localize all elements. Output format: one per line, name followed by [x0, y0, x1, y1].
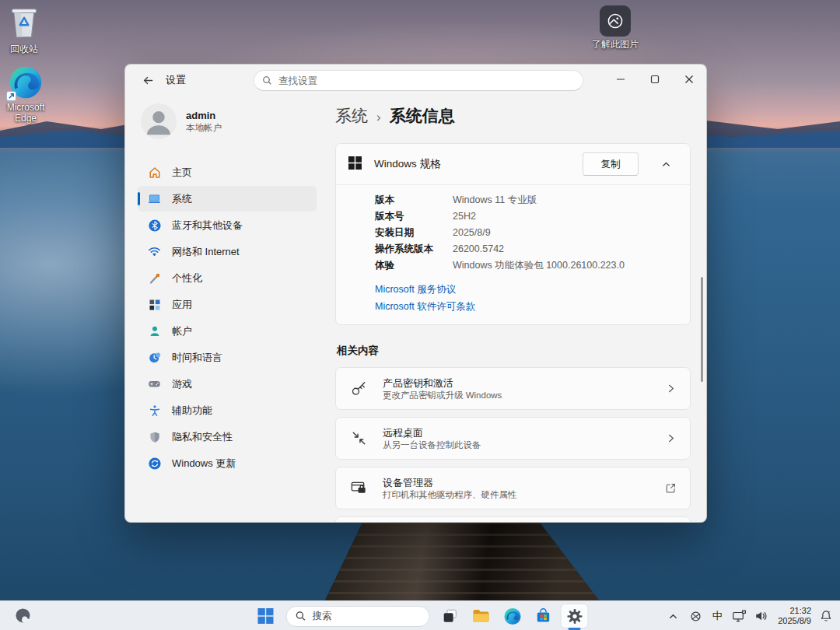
- sidebar-item-label: 个性化: [172, 271, 202, 285]
- sidebar-item-privacy[interactable]: 隐私和安全性: [138, 424, 317, 450]
- task-view-button[interactable]: [437, 604, 464, 628]
- breadcrumb-parent[interactable]: 系统: [335, 105, 368, 127]
- accounts-icon: [148, 324, 161, 338]
- spec-value: 25H2: [453, 208, 476, 225]
- desktop-icon-learn-about-picture[interactable]: 了解此图片: [585, 5, 646, 50]
- privacy-shield-icon: [148, 430, 161, 443]
- widgets-weather-icon[interactable]: [9, 605, 37, 627]
- related-card-bitlocker[interactable]: BitLocker 设备加密帮助保护数据: [335, 516, 691, 522]
- search-icon: [296, 611, 306, 621]
- chevron-up-icon[interactable]: [654, 159, 677, 170]
- spec-row: 体验Windows 功能体验包 1000.26100.223.0: [375, 257, 677, 274]
- spec-label: 安装日期: [375, 225, 453, 241]
- desktop-icon-microsoft-edge[interactable]: Microsoft Edge: [0, 65, 56, 124]
- spec-links: Microsoft 服务协议 Microsoft 软件许可条款: [336, 281, 690, 324]
- ime-indicator[interactable]: 中: [710, 609, 724, 623]
- windows-spec-card: Windows 规格 复制 版本Windows 11 专业版 版本号25H2 安…: [335, 143, 691, 325]
- account-block[interactable]: admin 本地帐户: [141, 103, 317, 139]
- minimize-button[interactable]: [604, 65, 638, 94]
- file-explorer-button[interactable]: [468, 604, 495, 628]
- spec-row: 安装日期2025/8/9: [375, 225, 677, 241]
- tray-chevron-up-icon[interactable]: [665, 606, 681, 626]
- content-scrollbar[interactable]: [701, 277, 703, 382]
- network-tray-icon[interactable]: [731, 606, 747, 626]
- related-card-title: 产品密钥和激活: [383, 376, 663, 390]
- network-icon: [148, 245, 161, 258]
- related-card-remote-desktop[interactable]: 远程桌面 从另一台设备控制此设备: [335, 417, 691, 460]
- personalization-icon: [148, 271, 161, 285]
- sidebar-item-personalization[interactable]: 个性化: [138, 265, 317, 291]
- clock-time: 21:32: [778, 606, 811, 616]
- related-card-title: 远程桌面: [383, 426, 663, 439]
- sidebar-item-label: 游戏: [172, 377, 192, 391]
- related-card-texts: 产品密钥和激活 更改产品密钥或升级 Windows: [383, 376, 663, 401]
- microsoft-store-button[interactable]: [530, 604, 557, 628]
- related-card-subtitle: 更改产品密钥或升级 Windows: [383, 390, 663, 401]
- page-title: 系统信息: [390, 105, 455, 127]
- spec-row: 版本号25H2: [375, 208, 677, 225]
- copy-button[interactable]: 复制: [583, 152, 639, 176]
- related-card-subtitle: 从另一台设备控制此设备: [383, 439, 663, 451]
- windows-logo-icon: [348, 156, 362, 173]
- sidebar-item-network[interactable]: 网络和 Internet: [138, 239, 317, 264]
- related-card-texts: 设备管理器 打印机和其他驱动程序、硬件属性: [383, 476, 663, 501]
- picture-info-icon: [600, 5, 631, 37]
- sidebar-item-accessibility[interactable]: 辅助功能: [138, 397, 317, 423]
- related-card-activation[interactable]: 产品密钥和激活 更改产品密钥或升级 Windows: [335, 367, 691, 410]
- sidebar-item-bluetooth[interactable]: 蓝牙和其他设备: [138, 212, 317, 238]
- sidebar-item-label: 主页: [172, 166, 192, 180]
- chevron-right-icon: [663, 433, 677, 443]
- start-button[interactable]: [253, 604, 279, 628]
- spec-value: Windows 功能体验包 1000.26100.223.0: [453, 257, 625, 274]
- settings-content: 系统 › 系统信息 Windows 规格 复制: [327, 96, 706, 522]
- services-agreement-link[interactable]: Microsoft 服务协议: [375, 281, 677, 298]
- spec-label: 版本: [375, 192, 453, 208]
- back-button[interactable]: [136, 68, 159, 92]
- sidebar-item-label: 蓝牙和其他设备: [172, 219, 243, 233]
- spec-row: 版本Windows 11 专业版: [375, 192, 677, 208]
- breadcrumb-separator: ›: [376, 110, 381, 125]
- edge-button[interactable]: [499, 604, 526, 628]
- maximize-button[interactable]: [638, 65, 672, 94]
- sidebar-item-system[interactable]: 系统: [138, 186, 317, 212]
- taskbar-search-input[interactable]: [313, 611, 390, 621]
- desktop-icon-label: 回收站: [10, 44, 38, 54]
- taskbar-search-box[interactable]: [286, 606, 430, 627]
- sidebar-item-label: 应用: [172, 298, 192, 312]
- home-icon: [148, 166, 161, 179]
- sidebar-item-gaming[interactable]: 游戏: [138, 371, 317, 397]
- related-card-device-manager[interactable]: 设备管理器 打印机和其他驱动程序、硬件属性: [335, 467, 691, 509]
- external-link-icon: [663, 482, 677, 494]
- settings-button[interactable]: [562, 604, 588, 628]
- sidebar-item-label: Windows 更新: [172, 457, 236, 471]
- sidebar-nav: 主页 系统 蓝牙和其他设备 网络和 Internet: [138, 159, 317, 476]
- desktop-icon-recycle-bin[interactable]: 回收站: [0, 5, 54, 54]
- desktop-icon-label: Microsoft Edge: [1, 102, 51, 124]
- taskbar-clock[interactable]: 21:32 2025/8/9: [778, 606, 811, 626]
- spec-value: 2025/8/9: [453, 225, 491, 241]
- volume-icon[interactable]: [754, 606, 769, 626]
- spec-row: 操作系统版本26200.5742: [375, 241, 677, 257]
- spec-rows: 版本Windows 11 专业版 版本号25H2 安装日期2025/8/9 操作…: [336, 185, 690, 281]
- sidebar-item-windows-update[interactable]: Windows 更新: [138, 450, 317, 476]
- spec-value: Windows 11 专业版: [453, 192, 537, 208]
- sidebar-item-home[interactable]: 主页: [138, 159, 317, 185]
- settings-search-box[interactable]: [254, 70, 583, 91]
- sidebar-item-label: 网络和 Internet: [172, 245, 240, 259]
- breadcrumb: 系统 › 系统信息: [335, 105, 691, 127]
- sidebar-item-accounts[interactable]: 帐户: [138, 318, 317, 344]
- system-tray: 中 21:32 2025/8/9 z: [665, 601, 834, 630]
- sidebar-item-apps[interactable]: 应用: [138, 292, 317, 317]
- tray-status-slash-icon[interactable]: [688, 606, 703, 626]
- windows-spec-header[interactable]: Windows 规格 复制: [336, 144, 690, 184]
- close-button[interactable]: [672, 65, 706, 94]
- spec-label: 体验: [375, 257, 453, 274]
- related-content-heading: 相关内容: [337, 344, 691, 358]
- sidebar-item-time-language[interactable]: 时间和语言: [138, 345, 317, 370]
- apps-icon: [148, 298, 161, 311]
- account-type: 本地帐户: [186, 122, 222, 133]
- sidebar-item-label: 帐户: [172, 324, 192, 338]
- notification-bell-icon[interactable]: z: [818, 606, 834, 626]
- settings-search-input[interactable]: [278, 75, 575, 86]
- license-terms-link[interactable]: Microsoft 软件许可条款: [375, 298, 677, 315]
